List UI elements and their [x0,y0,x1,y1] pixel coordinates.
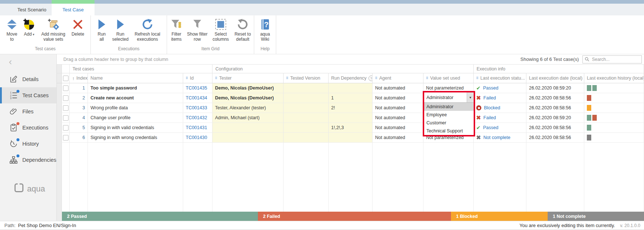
ribbon-button-delete[interactable]: Delete [70,18,86,37]
table-row[interactable]: 3Wrong profile dataTC001433Tester, Alexa… [57,103,644,113]
run-all-icon [96,18,107,31]
test-case-id-link[interactable]: TC001431 [186,125,207,130]
sidebar-collapse-button[interactable]: ‹ [0,54,56,65]
checkbox [63,115,69,121]
cell-last-execution-date: 26.02.2020 08:58:56 [526,133,584,142]
ribbon-button-filter-items[interactable]: Filter items [169,18,184,42]
sidebar-item-executions[interactable]: Executions [0,120,56,136]
ribbon-button-select-columns[interactable]: Select columns [211,18,231,42]
search-box[interactable] [582,55,642,63]
grid-gutter [57,133,62,142]
row-checkbox[interactable] [62,123,70,132]
ribbon-button-aqua-wiki[interactable]: ?aqua Wiki [258,18,272,42]
value-set-dropdown: Administrator▾AdministratorEmployeeCusto… [423,91,475,136]
cell-last-execution-status: ✔Passed [474,123,526,132]
status-label-link[interactable]: Passed [483,125,499,130]
grid-gutter [57,212,62,221]
dropdown-button[interactable]: ▾ [467,92,474,102]
sidebar-item-test-cases[interactable]: 123Test Cases [0,87,56,103]
sidebar-item-dependencies[interactable]: Dependencies [0,152,56,168]
table-row[interactable]: 2Create new accountTC001434Demo, Nicolas… [57,93,644,103]
ribbon-button-add-missing-value-sets[interactable]: Add missing value sets [39,18,68,42]
cell-name: Signing in with valid credentials [88,123,183,132]
help-circle-icon: ? [369,76,373,81]
sidebar-item-files[interactable]: Files [0,103,56,120]
test-case-id-link[interactable]: TC001432 [186,115,207,120]
ribbon-group-test-cases: Move toAdd ▾Add missing value setsDelete… [0,15,91,54]
dropdown-option[interactable]: Customer [424,119,474,127]
history-gray-square [587,135,591,140]
summary-segment-2-failed: 2 Failed [258,212,451,221]
reset-to-default-icon [237,18,248,31]
cell-tester: Demo, Nicolas (DemoUser) [212,93,284,103]
ribbon-group-caption: Item Grid [167,46,254,54]
dropdown-option[interactable]: Technical Support [424,127,474,135]
status-label-link[interactable]: Passed [483,85,499,91]
column-header-label: Name [90,76,103,81]
ribbon-button-show-filter-row[interactable]: Show filter row [186,18,208,42]
column-header-tested-version[interactable]: ⠿Tested Version [284,73,329,83]
status-label-link[interactable]: Failed [484,115,496,120]
sidebar-item-label: Details [22,76,38,82]
status-label-link[interactable]: Failed [484,95,496,101]
cell-last-execution-date: 26.02.2020 08:59:20 [526,113,584,123]
column-header-last-execution-date-local[interactable]: Last execution date (local) [526,73,584,83]
column-band-row: Test casesConfigurationExecution info [57,65,644,73]
cell-index: 3 [70,103,88,113]
sidebar-item-details[interactable]: Details [0,71,56,87]
summary-segment-label: 1 Blocked [456,214,478,219]
column-header-run-dependency[interactable]: Run Dependency? [329,73,373,83]
empty-column [88,143,183,212]
column-header-id[interactable]: ⠿Id [183,73,212,83]
ribbon-button-run-selected[interactable]: Run selected [110,18,131,42]
row-checkbox[interactable] [62,103,70,113]
ribbon-button-add[interactable]: Add ▾ [22,18,37,37]
row-checkbox[interactable] [62,133,70,142]
column-header-index[interactable]: ↑Index [70,73,88,83]
ribbon-groups: Move toAdd ▾Add missing value setsDelete… [0,15,276,54]
row-checkbox[interactable] [62,113,70,123]
tab-test-scenario[interactable]: Test Scenario [12,4,52,15]
status-passed-icon: ✔ [476,85,481,91]
cell-agent: Not automated [373,123,423,132]
tab-test-case[interactable]: Test Case [52,4,95,15]
test-case-id-link[interactable]: TC001433 [186,105,207,110]
column-header-agent[interactable]: ⠿Agent [373,73,423,83]
select-all-checkbox[interactable] [62,73,70,83]
ribbon-button-move-to[interactable]: Move to [5,18,19,42]
ribbon-group-executions: Run allRun selectedRefresh local executi… [91,15,167,54]
test-case-id-link[interactable]: TC001434 [186,95,207,101]
grid-gutter [57,65,62,73]
column-header-name[interactable]: Name [88,73,183,83]
sidebar-item-history[interactable]: History [0,136,56,152]
search-input[interactable] [591,56,640,62]
status-label-link[interactable]: Blocked [484,105,500,110]
status-label-link[interactable]: Not complete [484,135,511,140]
table-row[interactable]: 4Change user profileTC001432Admin, Micha… [57,113,644,123]
column-header-value-set-used[interactable]: ⠿Value set used [423,73,474,83]
ribbon-button-reset-to-default[interactable]: Reset to default [233,18,252,42]
summary-segment-label: 2 Failed [263,214,280,219]
svg-text:2: 2 [10,94,11,97]
column-header-tester[interactable]: ⠿Tester [212,73,284,83]
value-set-editor[interactable]: Administrator▾ [424,92,474,103]
empty-column [212,143,284,212]
dropdown-option[interactable]: Employee [424,111,474,119]
dropdown-option[interactable]: Administrator [424,103,474,111]
column-header-last-execution-statu[interactable]: ⠿Last execution statu... [474,73,526,83]
table-row[interactable]: 1Too simple passwordTC001435Demo, Nicola… [57,83,644,93]
column-header-last-execution-history-local[interactable]: Last execution history (local) [584,73,644,83]
window-top-strip [0,0,644,4]
app-version: v. 20.1.0.0 [620,223,640,228]
ribbon-button-refresh-local-executions[interactable]: Refresh local executions [133,18,162,42]
test-case-id-link[interactable]: TC001430 [186,135,207,140]
ribbon-button-run-all[interactable]: Run all [96,18,108,42]
table-row[interactable]: 5Signing in with valid credentialsTC0014… [57,123,644,133]
cell-tested-version [284,93,329,103]
row-checkbox[interactable] [62,83,70,93]
row-checkbox[interactable] [62,93,70,103]
cell-index: 4 [70,113,88,123]
table-row[interactable]: 6Signing in with wrong credentialsTC0014… [57,133,644,143]
status-passed-icon: ✔ [476,125,481,131]
test-case-id-link[interactable]: TC001435 [186,85,207,91]
